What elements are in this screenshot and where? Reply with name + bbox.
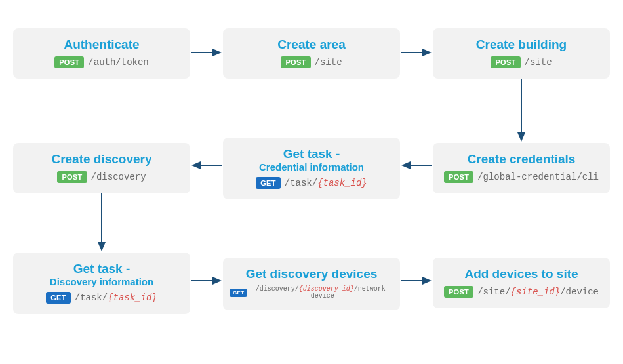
flow-diagram: Authenticate POST /auth/token Create are…	[0, 0, 623, 364]
api-path: /site	[315, 57, 342, 68]
api-path: /site	[525, 57, 552, 68]
api-path: /task/{task_id}	[285, 178, 367, 188]
node-create-area: Create area POST /site	[223, 28, 400, 79]
node-title: Get task - Discovery information	[20, 262, 184, 287]
api-endpoint: POST /auth/token	[54, 56, 149, 68]
node-add-devices-to-site: Add devices to site POST /site/{site_id}…	[433, 258, 610, 308]
node-title: Create area	[230, 37, 393, 52]
http-method-badge: GET	[230, 289, 247, 297]
path-variable: {task_id}	[108, 293, 157, 303]
api-path: /global-credential/cli	[477, 172, 599, 182]
api-endpoint: GET /discovery/{discovery_id}/network-de…	[230, 285, 393, 300]
api-path: /auth/token	[88, 57, 148, 68]
node-title: Add devices to site	[439, 267, 603, 281]
api-endpoint: GET /task/{task_id}	[46, 292, 157, 304]
node-get-task-credential: Get task - Credential information GET /t…	[223, 138, 400, 199]
http-method-badge: POST	[491, 56, 520, 68]
api-endpoint: POST /site	[491, 56, 552, 68]
node-authenticate: Authenticate POST /auth/token	[13, 28, 190, 79]
node-create-credentials: Create credentials POST /global-credenti…	[433, 143, 610, 193]
node-title: Get task - Credential information	[230, 147, 393, 172]
node-get-task-discovery: Get task - Discovery information GET /ta…	[13, 253, 190, 314]
node-subtitle: Credential information	[230, 161, 393, 172]
node-title: Authenticate	[20, 37, 184, 52]
node-create-building: Create building POST /site	[433, 28, 610, 79]
path-variable: {site_id}	[511, 287, 561, 297]
api-path: /site/{site_id}/device	[477, 287, 599, 297]
api-endpoint: POST /site	[281, 56, 342, 68]
node-create-discovery: Create discovery POST /discovery	[13, 143, 190, 193]
node-get-discovery-devices: Get discovery devices GET /discovery/{di…	[223, 258, 400, 310]
api-endpoint: POST /discovery	[57, 171, 146, 183]
node-title: Create credentials	[439, 152, 603, 167]
node-subtitle: Discovery information	[20, 276, 184, 287]
node-title: Create building	[439, 37, 603, 52]
api-path: /discovery/{discovery_id}/network-device	[251, 285, 393, 300]
http-method-badge: POST	[444, 171, 473, 183]
http-method-badge: GET	[46, 292, 71, 304]
node-title: Create discovery	[20, 152, 184, 167]
node-title: Get discovery devices	[230, 267, 393, 281]
http-method-badge: POST	[54, 56, 84, 68]
api-endpoint: GET /task/{task_id}	[256, 177, 367, 189]
path-variable: {discovery_id}	[299, 285, 354, 293]
http-method-badge: POST	[281, 56, 310, 68]
http-method-badge: GET	[256, 177, 281, 189]
api-path: /discovery	[91, 172, 146, 182]
http-method-badge: POST	[444, 286, 473, 298]
api-endpoint: POST /global-credential/cli	[444, 171, 599, 183]
api-path: /task/{task_id}	[75, 293, 157, 303]
path-variable: {task_id}	[317, 178, 367, 188]
api-endpoint: POST /site/{site_id}/device	[444, 286, 599, 298]
http-method-badge: POST	[57, 171, 87, 183]
